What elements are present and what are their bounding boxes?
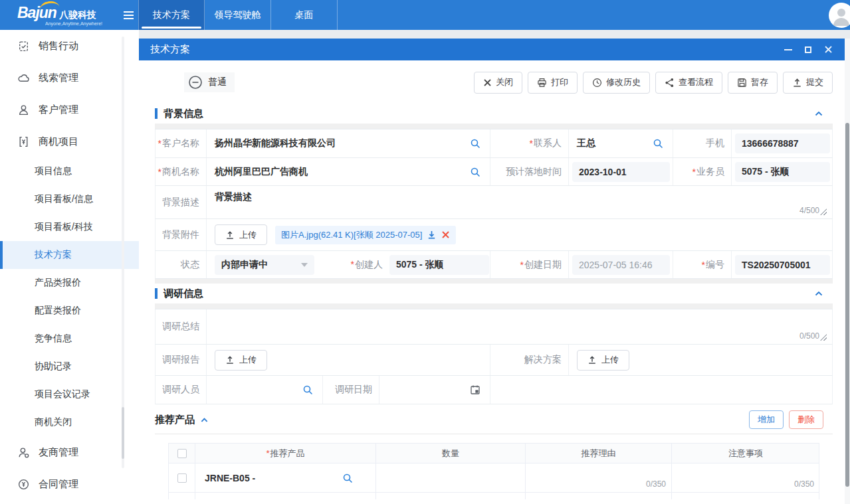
upload-button[interactable]: 上传 bbox=[215, 350, 267, 371]
upload-icon bbox=[225, 230, 235, 240]
survey-people-field[interactable] bbox=[207, 376, 323, 404]
survey-people-label: 调研人员 bbox=[156, 376, 207, 404]
product-field[interactable]: JRNE-B05 - bbox=[195, 463, 376, 492]
sidebar-sub-assist-record[interactable]: 协助记录 bbox=[0, 353, 139, 380]
survey-date-label: 调研日期 bbox=[323, 376, 379, 404]
sidebar-item-partners[interactable]: 友商管理 bbox=[0, 436, 139, 468]
search-icon[interactable] bbox=[653, 138, 663, 149]
sidebar-sub-project-info[interactable]: 项目信息 bbox=[0, 157, 139, 185]
survey-summary-textarea[interactable]: 0/500 bbox=[207, 309, 832, 344]
status-select[interactable]: 内部申请中 bbox=[215, 255, 314, 275]
row-checkbox[interactable] bbox=[177, 473, 187, 483]
chevron-down-icon bbox=[301, 263, 308, 267]
col-quantity: 数量 bbox=[376, 444, 526, 463]
content-scrollbar-thumb[interactable] bbox=[845, 123, 849, 487]
background-desc-textarea[interactable]: 背景描述 4/500 bbox=[207, 186, 832, 218]
sidebar-scrollbar-thumb[interactable] bbox=[122, 407, 124, 459]
menu-hamburger-icon[interactable] bbox=[118, 0, 138, 30]
sidebar-item-sales-action[interactable]: 销售行动 bbox=[0, 30, 139, 62]
products-title: 推荐产品 bbox=[155, 414, 195, 426]
maximize-icon[interactable] bbox=[801, 43, 815, 56]
user-gear-icon bbox=[17, 446, 30, 459]
attachment-name[interactable]: 图片A.jpg(62.41 K)[张顺 2025-07-05] bbox=[281, 229, 422, 241]
products-table: *推荐产品 数量 推荐理由 注意事项 JRNE-B05 - bbox=[168, 443, 819, 499]
sidebar-sub-opp-close[interactable]: 商机关闭 bbox=[0, 408, 139, 436]
col-notes: 注意事项 bbox=[672, 444, 819, 463]
opportunity-name-field[interactable]: 杭州阿里巴巴广告商机 bbox=[207, 158, 490, 185]
save-draft-button[interactable]: 暂存 bbox=[728, 72, 778, 94]
col-product: *推荐产品 bbox=[195, 444, 376, 463]
quantity-field[interactable] bbox=[376, 463, 526, 492]
sidebar-sub-board-tech[interactable]: 项目看板/科技 bbox=[0, 213, 139, 241]
search-icon[interactable] bbox=[302, 384, 313, 395]
collapse-chevron-up-icon[interactable] bbox=[814, 110, 823, 118]
app-root: Bajun 八骏科技 Anyone,Anytime,Anywhere! 技术方案… bbox=[0, 0, 850, 504]
sidebar-item-customers[interactable]: 客户管理 bbox=[0, 94, 139, 126]
user-icon bbox=[17, 104, 30, 116]
mobile-field: 13666678887 bbox=[732, 129, 833, 157]
sidebar-sub-product-quote[interactable]: 产品类报价 bbox=[0, 269, 139, 297]
products-actions: 增加 删除 bbox=[749, 410, 823, 429]
reason-field[interactable]: 0/350 bbox=[526, 463, 672, 492]
table-row: JRNE-B05 - 0/350 0/350 bbox=[169, 463, 819, 493]
background-attach-field: 上传 图片A.jpg(62.41 K)[张顺 2025-07-05] bbox=[207, 219, 832, 250]
history-button[interactable]: 修改历史 bbox=[583, 72, 650, 94]
contact-field[interactable]: 王总 bbox=[569, 129, 673, 157]
sidebar-item-opportunity[interactable]: 商机项目 bbox=[0, 126, 139, 157]
tab-leader-cockpit[interactable]: 领导驾驶舱 bbox=[205, 0, 271, 30]
search-icon[interactable] bbox=[470, 138, 480, 149]
minimize-icon[interactable] bbox=[781, 43, 796, 56]
print-button[interactable]: 打印 bbox=[528, 72, 578, 94]
landing-date-field: 2023-10-01 bbox=[569, 158, 673, 185]
collapse-chevron-up-icon[interactable] bbox=[814, 290, 823, 297]
col-reason: 推荐理由 bbox=[526, 444, 672, 463]
upload-button[interactable]: 上传 bbox=[577, 350, 629, 371]
section-title: 背景信息 bbox=[163, 108, 814, 120]
sidebar-sub-board-info[interactable]: 项目看板/信息 bbox=[0, 185, 139, 213]
upload-icon bbox=[792, 78, 802, 88]
floppy-icon bbox=[737, 78, 747, 88]
sidebar-sub-meeting-record[interactable]: 项目会议记录 bbox=[0, 380, 139, 408]
attachment-chip[interactable]: 图片A.jpg(62.41 K)[张顺 2025-07-05] bbox=[275, 226, 456, 244]
char-counter: 0/500 bbox=[799, 331, 827, 341]
remove-attachment-icon[interactable] bbox=[441, 230, 450, 239]
resize-grip-icon[interactable] bbox=[820, 334, 827, 341]
survey-date-field[interactable] bbox=[379, 376, 490, 404]
sidebar-item-label: 销售行动 bbox=[39, 40, 78, 52]
upload-button[interactable]: 上传 bbox=[215, 224, 267, 245]
close-button[interactable]: 关闭 bbox=[474, 72, 522, 94]
view-flow-button[interactable]: 查看流程 bbox=[655, 72, 722, 94]
survey-summary-label: 调研总结 bbox=[156, 309, 207, 344]
window-titlebar: 技术方案 bbox=[139, 39, 845, 60]
section-accent-bar bbox=[155, 288, 158, 299]
divider bbox=[155, 434, 833, 434]
code-field: TS20250705001 bbox=[732, 251, 833, 278]
select-all-checkbox[interactable] bbox=[177, 449, 187, 458]
collapse-chevron-up-icon[interactable] bbox=[200, 416, 209, 424]
search-icon[interactable] bbox=[470, 167, 480, 177]
customer-name-field[interactable]: 扬州晶华新能源科技有限公司 bbox=[207, 129, 490, 157]
user-avatar[interactable] bbox=[829, 3, 850, 28]
tab-tech-solution[interactable]: 技术方案 bbox=[138, 0, 205, 30]
sidebar-scrollbar-track[interactable] bbox=[122, 37, 124, 468]
salesman-field: 5075 - 张顺 bbox=[732, 158, 833, 185]
sidebar-sub-competition[interactable]: 竞争信息 bbox=[0, 325, 139, 353]
background-attach-label: 背景附件 bbox=[156, 219, 207, 250]
download-icon[interactable] bbox=[427, 230, 437, 240]
sidebar-sub-tech-solution[interactable]: 技术方案 bbox=[0, 241, 139, 269]
sidebar-sub-config-quote[interactable]: 配置类报价 bbox=[0, 297, 139, 325]
add-row-button[interactable]: 增加 bbox=[749, 410, 784, 429]
submit-button[interactable]: 提交 bbox=[783, 72, 833, 94]
close-icon[interactable] bbox=[821, 43, 835, 56]
calendar-icon[interactable] bbox=[470, 384, 480, 395]
resize-grip-icon[interactable] bbox=[820, 209, 827, 215]
logo-text-en: Bajun bbox=[17, 4, 56, 22]
sidebar-item-leads[interactable]: 线索管理 bbox=[0, 62, 139, 94]
notes-field[interactable]: 0/350 bbox=[672, 463, 819, 492]
share-flow-icon bbox=[665, 78, 675, 88]
priority-label: 普通 bbox=[208, 76, 227, 88]
delete-row-button[interactable]: 删除 bbox=[789, 410, 823, 429]
sidebar-item-contracts[interactable]: 合同管理 bbox=[0, 468, 139, 500]
tab-desktop[interactable]: 桌面 bbox=[271, 0, 338, 30]
search-icon[interactable] bbox=[342, 473, 353, 483]
